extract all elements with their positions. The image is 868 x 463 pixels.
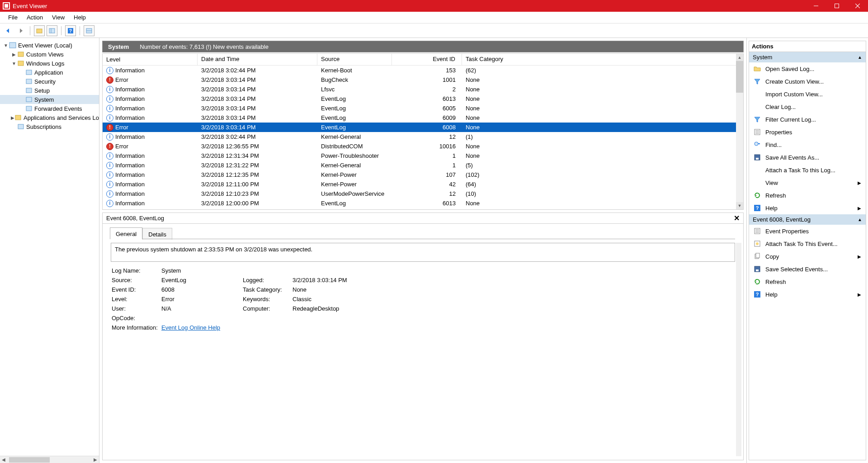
action-label: Clear Log... [765, 104, 796, 110]
cell-category: (64) [462, 181, 743, 188]
save-icon [754, 265, 761, 273]
menu-action[interactable]: Action [22, 14, 47, 21]
action-open-saved-log[interactable]: Open Saved Log... [749, 62, 866, 75]
action-copy[interactable]: Copy▶ [749, 250, 866, 263]
list-header-title: System [108, 43, 129, 50]
col-date[interactable]: Date and Time [198, 54, 317, 65]
action-label: Import Custom View... [765, 91, 823, 98]
svg-rect-3 [835, 4, 839, 8]
label-taskcat: Task Category: [243, 286, 292, 293]
cell-category: None [462, 95, 743, 102]
table-row[interactable]: iInformation3/2/2018 12:10:23 PMUserMode… [103, 189, 743, 198]
table-row[interactable]: iInformation3/2/2018 3:03:14 PMEventLog6… [103, 104, 743, 113]
col-source[interactable]: Source [317, 54, 392, 65]
minimize-button[interactable] [806, 0, 826, 12]
table-row[interactable]: iInformation3/2/2018 12:31:22 PMKernel-G… [103, 161, 743, 170]
table-row[interactable]: iInformation3/2/2018 12:12:35 PMKernel-P… [103, 170, 743, 180]
tree-root[interactable]: ▼ Event Viewer (Local) [0, 41, 99, 50]
tab-general[interactable]: General [110, 227, 142, 239]
back-button[interactable] [3, 25, 14, 36]
value-keywords: Classic [292, 296, 392, 302]
action-filter-current-log[interactable]: Filter Current Log... [749, 113, 866, 126]
action-clear-log[interactable]: Clear Log... [749, 100, 866, 113]
table-row[interactable]: iInformation3/2/2018 12:31:34 PMPower-Tr… [103, 151, 743, 161]
tree-item-security[interactable]: Security [0, 77, 99, 86]
table-row[interactable]: iInformation3/2/2018 3:03:14 PMEventLog6… [103, 94, 743, 104]
cell-category: None [462, 86, 743, 93]
action-find[interactable]: Find... [749, 138, 866, 151]
close-button[interactable] [847, 0, 868, 12]
table-row[interactable]: iInformation3/2/2018 3:03:14 PMLfsvc2Non… [103, 85, 743, 94]
table-row[interactable]: iInformation3/2/2018 12:11:00 PMKernel-P… [103, 180, 743, 189]
show-hide-tree-button[interactable] [34, 25, 45, 36]
actions-section-event[interactable]: Event 6008, EventLog ▲ [749, 214, 866, 225]
tree-item-setup[interactable]: Setup [0, 86, 99, 95]
toolbar-pane-button[interactable] [47, 25, 57, 36]
action-label: Refresh [765, 192, 786, 199]
table-row[interactable]: iInformation3/2/2018 3:02:44 PMKernel-Bo… [103, 66, 743, 75]
grid-vertical-scrollbar[interactable]: ▲▼ [736, 54, 743, 209]
info-icon: i [106, 86, 113, 93]
detail-close-button[interactable]: ✕ [734, 214, 740, 222]
cell-date: 3/2/2018 12:31:22 PM [198, 162, 317, 169]
action-help[interactable]: ?Help▶ [749, 202, 866, 214]
help-icon: ? [754, 291, 761, 298]
col-eventid[interactable]: Event ID [392, 54, 462, 65]
toolbar-view-button[interactable] [84, 25, 94, 36]
action-attach-a-task-to-this-log[interactable]: Attach a Task To this Log... [749, 164, 866, 176]
help-button[interactable]: ? [65, 25, 76, 36]
tree-item-subscriptions[interactable]: Subscriptions [0, 122, 99, 131]
error-icon: ! [106, 124, 113, 131]
table-row[interactable]: !Error3/2/2018 3:03:14 PMEventLog6008Non… [103, 123, 743, 132]
value-source: EventLog [161, 277, 243, 283]
value-level: Error [161, 296, 243, 302]
value-taskcat: None [292, 286, 392, 293]
tree-item-system[interactable]: System [0, 95, 99, 104]
tree-item-custom-views[interactable]: ▶Custom Views [0, 50, 99, 59]
funnel-icon [754, 78, 761, 85]
forward-button[interactable] [15, 25, 26, 36]
cell-date: 3/2/2018 3:03:14 PM [198, 95, 317, 102]
tree-item-applications-and-services-logs[interactable]: ▶Applications and Services Logs [0, 113, 99, 122]
action-attach-task-to-this-event[interactable]: Attach Task To This Event... [749, 237, 866, 250]
action-label: Create Custom View... [765, 78, 824, 85]
menu-file[interactable]: File [4, 14, 22, 21]
table-row[interactable]: iInformation3/2/2018 3:02:44 PMKernel-Ge… [103, 132, 743, 142]
svg-point-38 [756, 242, 759, 245]
tree-horizontal-scrollbar[interactable]: ◀▶ [0, 456, 99, 463]
action-create-custom-view[interactable]: Create Custom View... [749, 75, 866, 88]
tree-item-forwarded-events[interactable]: Forwarded Events [0, 104, 99, 113]
link-event-online-help[interactable]: Event Log Online Help [161, 324, 220, 331]
action-event-properties[interactable]: Event Properties [749, 225, 866, 237]
svg-rect-15 [18, 61, 24, 66]
table-row[interactable]: !Error3/2/2018 12:36:55 PMDistributedCOM… [103, 142, 743, 151]
actions-section-system[interactable]: System ▲ [749, 52, 866, 62]
menu-help[interactable]: Help [69, 14, 90, 21]
action-refresh[interactable]: Refresh [749, 189, 866, 202]
action-help[interactable]: ?Help▶ [749, 288, 866, 301]
action-refresh[interactable]: Refresh [749, 275, 866, 288]
value-logname: System [161, 267, 243, 274]
maximize-button[interactable] [826, 0, 847, 12]
action-save-selected-events[interactable]: Save Selected Events... [749, 263, 866, 275]
tree-item-application[interactable]: Application [0, 68, 99, 77]
table-row[interactable]: !Error3/2/2018 3:03:14 PMBugCheck1001Non… [103, 75, 743, 85]
tree-item-windows-logs[interactable]: ▼Windows Logs [0, 59, 99, 68]
tree-root-label: Event Viewer (Local) [18, 42, 72, 49]
info-icon: i [106, 133, 113, 141]
info-icon: i [106, 190, 113, 198]
action-import-custom-view[interactable]: Import Custom View... [749, 88, 866, 100]
action-save-all-events-as[interactable]: Save All Events As... [749, 151, 866, 164]
cell-level: Information [115, 67, 145, 74]
action-view[interactable]: View▶ [749, 176, 866, 189]
col-level[interactable]: Level [103, 54, 198, 65]
cell-level: Error [115, 124, 128, 131]
tab-details[interactable]: Details [142, 228, 172, 240]
table-row[interactable]: iInformation3/2/2018 12:00:00 PMEventLog… [103, 198, 743, 208]
cell-source: BugCheck [317, 76, 392, 83]
detail-vertical-scrollbar[interactable] [736, 243, 741, 456]
menu-view[interactable]: View [47, 14, 69, 21]
action-properties[interactable]: Properties [749, 126, 866, 138]
col-category[interactable]: Task Category [462, 54, 743, 65]
table-row[interactable]: iInformation3/2/2018 3:03:14 PMEventLog6… [103, 113, 743, 123]
